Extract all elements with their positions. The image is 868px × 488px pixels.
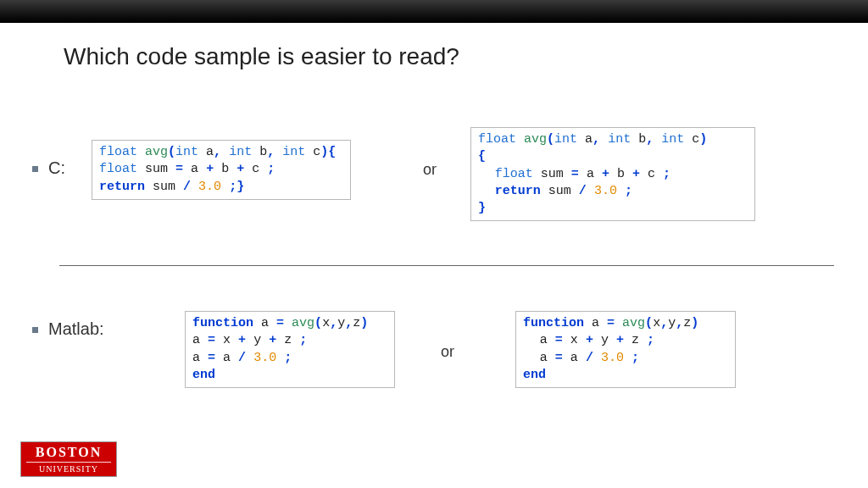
code-matlab-compact: function a = avg(x,y,z) a = x + y + z ; … [185, 311, 395, 388]
slide: Which code sample is easier to read? C: … [0, 23, 868, 488]
or-separator-1: or [423, 161, 437, 179]
code-matlab-formatted: function a = avg(x,y,z) a = x + y + z ; … [515, 311, 736, 388]
title-bar [0, 0, 868, 23]
divider [59, 265, 834, 266]
label-matlab: Matlab: [32, 319, 104, 339]
label-c-text: C: [48, 158, 65, 177]
label-matlab-text: Matlab: [48, 319, 104, 338]
logo-line2: UNIVERSITY [26, 462, 111, 474]
or-separator-2: or [441, 343, 454, 361]
bullet-icon [32, 327, 38, 333]
code-c-compact: float avg(int a, int b, int c){ float su… [92, 140, 351, 200]
label-c: C: [32, 158, 65, 178]
bullet-icon [32, 166, 38, 172]
slide-title: Which code sample is easier to read? [64, 43, 459, 70]
logo-boston-university: BOSTON UNIVERSITY [21, 442, 116, 476]
code-c-formatted: float avg(int a, int b, int c) { float s… [470, 127, 755, 221]
logo-line1: BOSTON [21, 445, 116, 460]
